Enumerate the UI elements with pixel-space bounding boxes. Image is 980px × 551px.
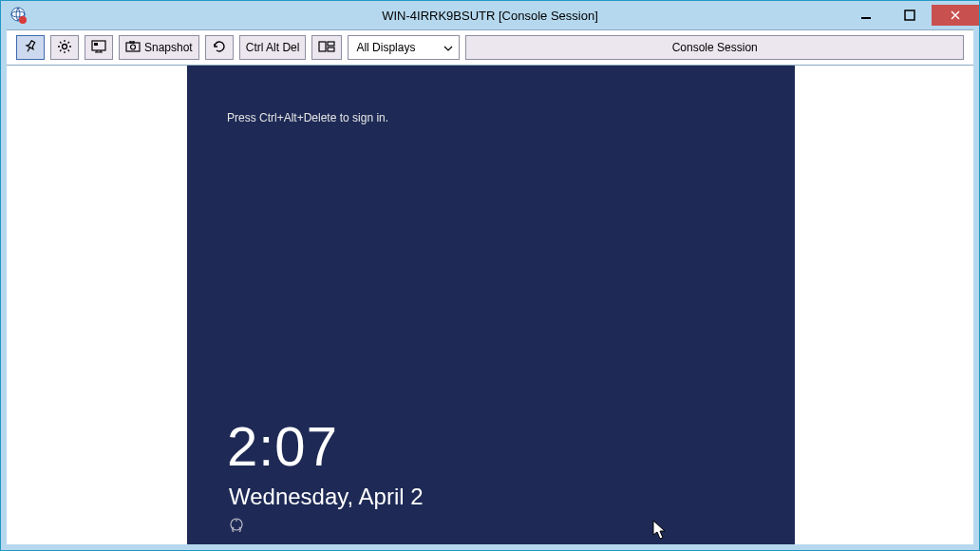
snapshot-button[interactable]: Snapshot	[119, 35, 199, 60]
svg-line-14	[60, 49, 62, 51]
monitor-icon	[91, 40, 106, 56]
lock-date: Wednesday, April 2	[229, 484, 424, 510]
ctrl-alt-del-label: Ctrl Alt Del	[246, 41, 300, 54]
settings-button[interactable]	[50, 35, 79, 60]
maximize-button[interactable]	[888, 5, 932, 26]
remote-lock-screen[interactable]: Press Ctrl+Alt+Delete to sign in. 2:07 W…	[187, 66, 795, 544]
close-button[interactable]	[932, 5, 979, 26]
minimize-button[interactable]	[844, 5, 888, 26]
svg-point-2	[19, 16, 27, 24]
svg-line-13	[68, 49, 70, 51]
snapshot-label: Snapshot	[144, 41, 193, 54]
layout-button[interactable]	[311, 35, 342, 60]
window-title: WIN-4IRRK9BSUTR [Console Session]	[382, 9, 598, 23]
svg-rect-24	[319, 42, 326, 51]
display-select[interactable]: All Displays	[348, 35, 460, 60]
lock-clock: 2:07	[227, 414, 338, 478]
console-session-label: Console Session	[672, 41, 758, 54]
layout-icon	[318, 41, 335, 55]
viewport: Press Ctrl+Alt+Delete to sign in. 2:07 W…	[7, 66, 973, 544]
svg-rect-22	[130, 41, 134, 43]
refresh-button[interactable]	[205, 35, 234, 60]
display-selected-label: All Displays	[356, 41, 415, 54]
toolbar: Snapshot Ctrl Alt Del All Displays Conso…	[7, 29, 973, 66]
app-window: WIN-4IRRK9BSUTR [Console Session]	[0, 0, 980, 551]
svg-rect-26	[328, 48, 334, 51]
window-controls	[844, 5, 979, 26]
console-session-button[interactable]: Console Session	[465, 35, 964, 60]
ctrl-alt-del-button[interactable]: Ctrl Alt Del	[239, 35, 307, 60]
gear-icon	[57, 39, 72, 57]
pin-icon	[24, 40, 37, 56]
svg-line-12	[60, 42, 62, 44]
svg-line-15	[68, 42, 70, 44]
svg-rect-17	[94, 43, 98, 46]
svg-rect-25	[328, 42, 334, 46]
refresh-icon	[212, 39, 227, 57]
ease-of-access-icon[interactable]	[229, 517, 244, 535]
svg-point-23	[131, 45, 136, 49]
signin-hint: Press Ctrl+Alt+Delete to sign in.	[227, 111, 388, 124]
camera-icon	[125, 41, 141, 55]
chevron-down-icon	[443, 41, 453, 54]
pin-button[interactable]	[16, 35, 45, 60]
screen-button[interactable]	[85, 35, 113, 60]
svg-rect-4	[905, 10, 914, 20]
app-icon	[9, 6, 28, 25]
titlebar[interactable]: WIN-4IRRK9BSUTR [Console Session]	[1, 1, 979, 29]
svg-point-7	[63, 44, 67, 48]
svg-rect-21	[126, 43, 140, 51]
